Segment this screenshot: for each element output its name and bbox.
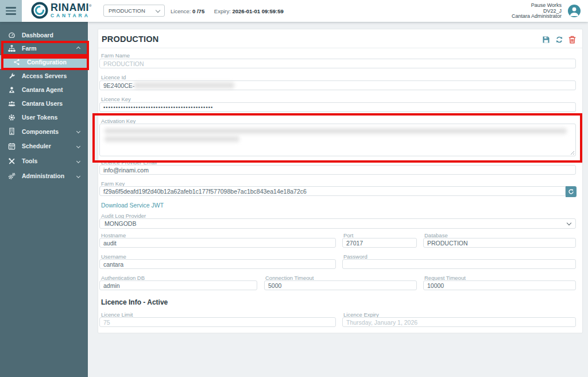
database-input[interactable] (423, 238, 576, 248)
sidebar-nav: Dashboard Farm Configuration Access Serv… (0, 22, 88, 377)
download-service-jwt-link[interactable]: Download Service JWT (101, 202, 164, 209)
hamburger-icon (6, 7, 16, 9)
port-input[interactable] (342, 238, 417, 248)
farm-name-input (99, 59, 576, 68)
person-icon (568, 5, 581, 17)
sidebar-item-user-tokens[interactable]: User Tokens (0, 110, 88, 124)
share-icon (13, 58, 21, 66)
divider (98, 48, 582, 48)
licence-summary: Licence: 0 /75 Expiry: 2026-01-01 09:59:… (171, 8, 284, 14)
request-timeout-input[interactable] (423, 280, 576, 290)
farm-key-input[interactable] (99, 186, 566, 196)
licence-key-input[interactable] (99, 102, 576, 112)
licence-limit-input (99, 317, 336, 327)
sidebar-item-label: Tools (22, 157, 37, 164)
chevron-up-icon (76, 46, 80, 50)
refresh-icon (568, 188, 574, 195)
sidebar-item-label: Cantara Users (22, 100, 63, 107)
sidebar-item-label: Dashboard (22, 32, 53, 39)
licence-key-label: Licence Key (101, 96, 131, 102)
chevron-down-icon (76, 129, 80, 133)
logo-line1: RINAMI® (51, 2, 92, 13)
farm-selector-dropdown[interactable]: PRODUCTION (103, 5, 165, 17)
sidebar-item-label: Cantara Agent (22, 86, 63, 93)
sidebar-item-cantara-users[interactable]: Cantara Users (0, 97, 88, 110)
topbar: RINAMI® CANTARA PRODUCTION Licence: 0 /7… (0, 0, 588, 22)
audit-log-provider-value: MONGODB (105, 220, 136, 227)
agent-icon (7, 86, 16, 94)
card-actions (542, 36, 576, 44)
audit-log-provider-select[interactable]: MONGODB (99, 218, 576, 229)
sidebar-item-dashboard[interactable]: Dashboard (0, 29, 88, 41)
wrench-icon (7, 72, 16, 80)
sidebar-item-tools[interactable]: Tools (0, 153, 88, 168)
app-root: RINAMI® CANTARA PRODUCTION Licence: 0 /7… (0, 0, 588, 377)
user-role: Cantara Administrator (512, 14, 562, 20)
calendar-icon (7, 142, 16, 150)
sidebar-item-label: Administration (22, 172, 64, 179)
refresh-icon[interactable] (555, 36, 563, 44)
sitemap-icon (7, 44, 16, 52)
sidebar-item-label: Farm (22, 45, 37, 52)
sidebar-item-cantara-agent[interactable]: Cantara Agent (0, 83, 88, 97)
sidebar-item-configuration[interactable]: Configuration (0, 55, 88, 69)
sidebar-item-scheduler[interactable]: Scheduler (0, 139, 88, 153)
licence-id-redaction (134, 82, 234, 89)
gears-icon (7, 172, 16, 180)
activation-key-textarea[interactable] (99, 124, 576, 156)
delete-icon[interactable] (568, 36, 576, 44)
save-icon[interactable] (542, 36, 550, 44)
licence-expiry-input (342, 317, 576, 327)
registered-mark: ® (89, 4, 92, 7)
regenerate-farm-key-button[interactable] (566, 186, 577, 197)
chevron-down-icon (156, 7, 160, 12)
sidebar-item-label: Access Servers (22, 72, 67, 79)
chevron-down-icon (567, 221, 571, 225)
expiry-value: 2026-01-01 09:59:59 (233, 8, 284, 14)
hamburger-menu-button[interactable] (0, 0, 22, 22)
authentication-db-input[interactable] (99, 280, 257, 290)
hostname-input[interactable] (99, 238, 336, 248)
sidebar-item-label: Scheduler (22, 143, 51, 149)
activation-key-redaction (105, 136, 239, 142)
rinami-logo-icon (30, 1, 49, 20)
sidebar-item-farm[interactable]: Farm (0, 41, 88, 55)
licence-label: Licence: (171, 8, 191, 14)
sidebar-item-access-servers[interactable]: Access Servers (0, 69, 88, 83)
expiry-label: Expiry: (214, 8, 231, 14)
connection-timeout-input[interactable] (264, 280, 417, 290)
tools-icon (7, 157, 16, 165)
user-avatar-button[interactable] (568, 5, 581, 17)
user-info: Pause Works DV22_J Cantara Administrator (512, 3, 562, 20)
chevron-down-icon (76, 144, 80, 148)
gear-icon (7, 113, 16, 121)
users-icon (7, 99, 16, 107)
sidebar-item-label: Configuration (27, 59, 67, 66)
licence-id-label: Licence Id (101, 74, 126, 80)
brand-logo: RINAMI® CANTARA (30, 1, 92, 20)
sidebar-item-label: Components (22, 128, 59, 135)
farm-name-label: Farm Name (101, 52, 130, 59)
chevron-down-icon (76, 174, 80, 178)
farm-selector-value: PRODUCTION (109, 7, 145, 14)
licence-info-heading: Licence Info - Active (101, 298, 168, 306)
sidebar-item-components[interactable]: Components (0, 124, 88, 139)
logo-line2: CANTARA (51, 13, 92, 18)
chevron-down-icon (76, 159, 80, 163)
sidebar-item-administration[interactable]: Administration (0, 168, 88, 183)
resize-handle-icon[interactable] (569, 149, 574, 155)
activation-key-redaction (105, 128, 567, 134)
password-input[interactable] (342, 259, 576, 269)
farm-configuration-panel: PRODUCTION Farm Name Licence Id Licence … (98, 29, 583, 333)
page-title: PRODUCTION (102, 34, 158, 44)
licence-provider-email-input[interactable] (99, 165, 576, 175)
licence-value: 0 /75 (192, 8, 204, 14)
dashboard-icon (7, 31, 16, 39)
building-icon (7, 128, 16, 136)
username-input[interactable] (99, 259, 336, 269)
sidebar-item-label: User Tokens (22, 114, 57, 121)
